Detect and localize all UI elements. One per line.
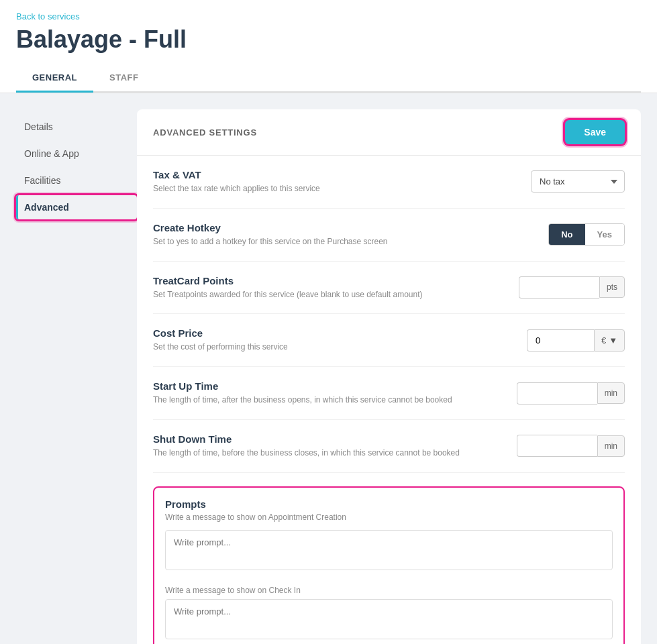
treatcard-points-row: TreatCard Points Set Treatpoints awarded…	[153, 262, 625, 315]
treatcard-points-info: TreatCard Points Set Treatpoints awarded…	[153, 275, 502, 301]
create-hotkey-control: No Yes	[548, 223, 625, 246]
sidebar-item-label: Details	[24, 121, 53, 132]
appointment-prompt-group	[165, 530, 613, 575]
sidebar: Details Online & App Facilities Advanced	[16, 109, 137, 644]
save-button[interactable]: Save	[565, 120, 625, 144]
hotkey-no-button[interactable]: No	[549, 224, 585, 245]
content-area: Details Online & App Facilities Advanced…	[0, 93, 657, 644]
startup-time-control: min	[517, 382, 625, 405]
hotkey-yes-button[interactable]: Yes	[585, 224, 624, 245]
treatcard-points-unit: pts	[599, 276, 625, 298]
treatcard-points-input[interactable]	[519, 276, 599, 299]
main-content: ADVANCED SETTINGS Save Tax & VAT Select …	[137, 109, 641, 644]
create-hotkey-desc: Set to yes to add a hotkey for this serv…	[153, 236, 502, 248]
startup-time-label: Start Up Time	[153, 380, 502, 392]
cost-price-desc: Set the cost of performing this service	[153, 341, 502, 353]
tab-staff[interactable]: STAFF	[93, 64, 154, 93]
settings-body: Tax & VAT Select the tax rate which appl…	[137, 156, 641, 644]
section-title: ADVANCED SETTINGS	[153, 127, 257, 138]
sidebar-item-label: Advanced	[24, 202, 69, 213]
currency-chevron-icon: ▼	[609, 335, 617, 345]
checkin-prompt-label: Write a message to show on Check In	[165, 586, 613, 595]
appointment-prompt-textarea[interactable]	[165, 530, 613, 570]
shutdown-time-input-group: min	[517, 435, 625, 457]
sidebar-item-advanced[interactable]: Advanced	[16, 195, 137, 219]
tax-vat-label: Tax & VAT	[153, 169, 502, 180]
shutdown-time-unit: min	[597, 435, 625, 457]
cost-price-info: Cost Price Set the cost of performing th…	[153, 327, 502, 353]
cost-price-input[interactable]	[527, 329, 594, 352]
create-hotkey-row: Create Hotkey Set to yes to add a hotkey…	[153, 209, 625, 262]
startup-time-row: Start Up Time The length of time, after …	[153, 367, 625, 420]
tax-vat-row: Tax & VAT Select the tax rate which appl…	[153, 156, 625, 209]
cost-price-control: € ▼	[527, 329, 625, 352]
tax-vat-info: Tax & VAT Select the tax rate which appl…	[153, 169, 502, 195]
prompts-title: Prompts	[165, 498, 613, 510]
startup-time-unit: min	[597, 382, 625, 404]
shutdown-time-control: min	[517, 435, 625, 457]
treatcard-points-desc: Set Treatpoints awarded for this service…	[153, 289, 502, 301]
back-to-services-link[interactable]: Back to services	[16, 11, 80, 21]
sidebar-item-label: Facilities	[24, 175, 60, 186]
page-title: Balayage - Full	[16, 25, 641, 54]
tab-general[interactable]: GENERAL	[16, 64, 93, 93]
section-header: ADVANCED SETTINGS Save	[137, 109, 641, 156]
top-header: Back to services Balayage - Full GENERAL…	[0, 0, 657, 93]
checkin-prompt-group: Write a message to show on Check In	[165, 586, 613, 644]
tax-vat-select[interactable]: No tax Standard VAT Reduced VAT	[531, 170, 625, 193]
startup-time-input[interactable]	[517, 382, 597, 405]
page-wrapper: Back to services Balayage - Full GENERAL…	[0, 0, 657, 644]
currency-button[interactable]: € ▼	[594, 329, 625, 352]
tax-vat-control: No tax Standard VAT Reduced VAT	[531, 170, 625, 193]
checkin-prompt-textarea[interactable]	[165, 599, 613, 639]
create-hotkey-info: Create Hotkey Set to yes to add a hotkey…	[153, 222, 502, 248]
sidebar-item-details[interactable]: Details	[16, 115, 137, 139]
tax-vat-desc: Select the tax rate which applies to thi…	[153, 183, 502, 195]
shutdown-time-label: Shut Down Time	[153, 433, 502, 445]
cost-price-label: Cost Price	[153, 327, 502, 339]
hotkey-toggle-group: No Yes	[548, 223, 625, 246]
prompts-section: Prompts Write a message to show on Appoi…	[153, 486, 625, 644]
shutdown-time-desc: The length of time, before the business …	[153, 447, 502, 459]
shutdown-time-input[interactable]	[517, 435, 597, 457]
create-hotkey-label: Create Hotkey	[153, 222, 502, 233]
startup-time-desc: The length of time, after the business o…	[153, 394, 502, 406]
startup-time-info: Start Up Time The length of time, after …	[153, 380, 502, 406]
currency-symbol: €	[601, 335, 606, 345]
shutdown-time-info: Shut Down Time The length of time, befor…	[153, 433, 502, 459]
shutdown-time-row: Shut Down Time The length of time, befor…	[153, 420, 625, 473]
prompts-subtitle: Write a message to show on Appointment C…	[165, 513, 613, 522]
tabs-bar: GENERAL STAFF	[16, 64, 641, 93]
treatcard-points-label: TreatCard Points	[153, 275, 502, 286]
treatcard-points-control: pts	[519, 276, 625, 299]
cost-price-row: Cost Price Set the cost of performing th…	[153, 314, 625, 367]
sidebar-item-online-app[interactable]: Online & App	[16, 142, 137, 166]
startup-time-input-group: min	[517, 382, 625, 405]
cost-price-input-group: € ▼	[527, 329, 625, 352]
sidebar-item-label: Online & App	[24, 148, 79, 159]
sidebar-item-facilities[interactable]: Facilities	[16, 168, 137, 193]
treatcard-points-input-group: pts	[519, 276, 625, 299]
